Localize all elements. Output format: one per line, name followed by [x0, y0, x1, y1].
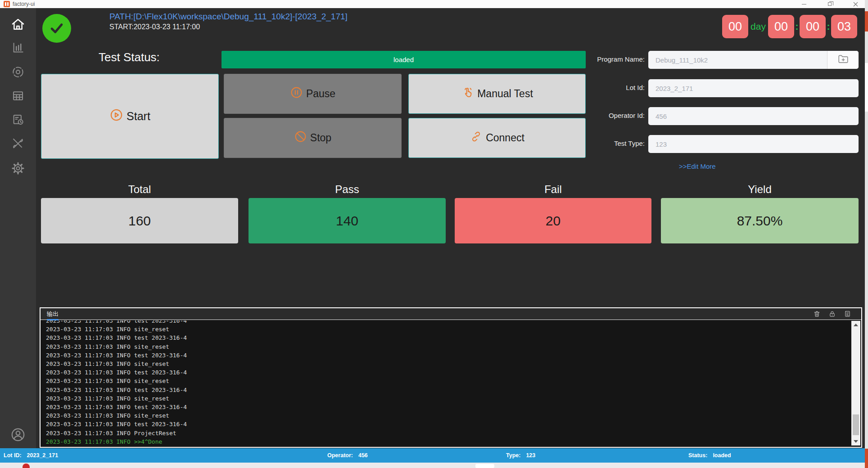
scrollbar-thumb[interactable]	[853, 414, 859, 435]
external-scroll-marker-bottom	[865, 449, 868, 468]
log-line: 2023-03-23 11:17:03 INFO site_reset	[46, 377, 850, 385]
test-type-label: Test Type:	[591, 140, 645, 147]
log-line: 2023-03-23 11:17:03 INFO site_reset	[46, 325, 850, 333]
maximize-button[interactable]	[821, 0, 839, 8]
log-line: 2023-03-23 11:17:03 INFO test 2023-316-4	[46, 368, 850, 377]
sidebar-item-user[interactable]	[10, 428, 26, 444]
sidebar-item-disc[interactable]	[10, 65, 26, 81]
taskbar-strip	[0, 463, 865, 468]
link-icon	[470, 130, 483, 146]
console-log[interactable]: 2023-03-23 11:17:03 INFO test 2023-316-4…	[41, 320, 850, 447]
connect-button[interactable]: Connect	[408, 118, 586, 158]
statusbar-lot-id-value: 2023_2_171	[27, 452, 59, 459]
yield-label: Yield	[661, 183, 859, 196]
stop-button[interactable]: Stop	[224, 118, 402, 158]
timer-hours: 00	[768, 15, 794, 38]
operator-id-label: Operator Id:	[591, 112, 645, 119]
log-line: 2023-03-23 11:17:03 INFO test 2023-316-4	[46, 333, 850, 342]
play-icon	[109, 108, 123, 125]
manual-test-button[interactable]: Manual Test	[408, 74, 586, 114]
bar-chart-icon	[11, 41, 25, 56]
lot-id-label: Lot Id:	[591, 84, 645, 91]
disc-icon	[11, 65, 25, 81]
sidebar-item-tools[interactable]	[10, 136, 26, 153]
program-name-field-wrap	[648, 51, 859, 69]
program-name-input[interactable]	[648, 51, 827, 69]
log-line: 2023-03-23 11:17:03 INFO site_reset	[46, 411, 850, 420]
log-line: 2023-03-23 11:17:03 INFO test 2023-316-4	[46, 420, 850, 428]
trash-icon[interactable]	[813, 310, 821, 320]
app-logo-icon	[4, 1, 10, 7]
hand-touch-icon	[461, 86, 474, 102]
log-file-icon[interactable]	[844, 310, 851, 320]
console-tab-output[interactable]: 输出	[47, 310, 59, 318]
timer-minutes: 00	[800, 15, 826, 38]
fail-label: Fail	[455, 183, 651, 196]
pause-icon	[290, 86, 303, 102]
titlebar: factory-ui	[0, 0, 865, 8]
taskbar-pill	[475, 464, 494, 468]
log-line: 2023-03-23 11:17:03 INFO site_reset	[46, 360, 850, 368]
statusbar-status: Status:loaded	[688, 448, 731, 463]
table-icon	[11, 89, 25, 104]
start-time-text: START:2023-03-23 11:17:00	[109, 23, 200, 31]
test-status-label: Test Status:	[99, 50, 160, 64]
log-line: 2023-03-23 11:17:03 INFO site_reset	[46, 342, 850, 351]
browse-program-button[interactable]	[827, 51, 859, 69]
statusbar-status-value: loaded	[713, 452, 731, 459]
window-title: factory-ui	[13, 1, 35, 7]
taskbar-red-icon	[23, 464, 30, 468]
output-console: 输出 2023-03-23 11:17:03 INFO test 2023-31…	[40, 307, 862, 448]
log-line: 2023-03-23 11:17:03 INFO test 2023-316-4	[46, 320, 850, 325]
sidebar-item-settings[interactable]	[10, 161, 26, 177]
sidebar-item-statistics[interactable]	[10, 40, 26, 57]
edit-more-link[interactable]: >>Edit More	[679, 162, 716, 170]
log-line: 2023-03-23 11:17:03 INFO >>4^Done	[46, 437, 850, 446]
minimize-button[interactable]	[795, 0, 813, 8]
operator-id-input[interactable]	[648, 107, 859, 125]
scroll-down-icon[interactable]	[854, 440, 858, 443]
log-line: 2023-03-23 11:17:03 INFO site_reset	[46, 394, 850, 403]
timer-separator: :	[826, 21, 831, 32]
sidebar-item-table[interactable]	[10, 89, 26, 105]
connect-button-label: Connect	[486, 132, 524, 144]
start-button-label: Start	[127, 110, 150, 123]
timer-seconds: 03	[831, 15, 857, 38]
log-line: 2023-03-23 11:17:03 INFO test 2023-316-4	[46, 386, 850, 394]
program-name-label: Program Name:	[591, 55, 645, 63]
statusbar-lot-id-label: Lot ID:	[4, 452, 22, 459]
lot-id-input[interactable]	[648, 79, 859, 97]
pass-label: Pass	[249, 183, 446, 196]
console-scrollbar[interactable]	[851, 321, 860, 446]
statusbar-type: Type:123	[506, 448, 535, 463]
external-scroll-marker-top	[865, 11, 868, 32]
sidebar-item-report[interactable]	[10, 112, 26, 129]
pause-button-label: Pause	[306, 88, 335, 100]
scroll-up-icon[interactable]	[854, 324, 858, 326]
statusbar-lot-id: Lot ID:2023_2_171	[4, 448, 58, 463]
close-button[interactable]	[846, 0, 864, 8]
log-line: 2023-03-23 11:17:03 INFO test 2023-316-4	[46, 403, 850, 411]
statusbar-type-value: 123	[526, 452, 535, 459]
stop-slash-icon	[294, 130, 307, 146]
statusbar-status-label: Status:	[688, 452, 707, 459]
gear-icon	[11, 162, 25, 177]
pause-button[interactable]: Pause	[224, 74, 402, 114]
statusbar-operator-label: Operator:	[327, 452, 353, 459]
test-status-value: loaded	[222, 51, 586, 68]
path-text: PATH:[D:\Flex10K\workspace\Debug_111_10k…	[109, 12, 348, 22]
lock-icon[interactable]	[828, 310, 836, 320]
sidebar-item-home[interactable]	[10, 17, 26, 33]
log-lines: 2023-03-23 11:17:03 INFO test 2023-316-4…	[46, 320, 850, 446]
test-type-input[interactable]	[648, 135, 859, 153]
sidebar	[0, 8, 36, 448]
status-check-badge	[42, 14, 71, 43]
statusbar-operator-value: 456	[358, 452, 368, 459]
elapsed-timer: 00 day 00 : 00 : 03	[722, 15, 857, 38]
stop-button-label: Stop	[310, 132, 331, 144]
folder-plus-icon	[837, 53, 849, 67]
timer-separator: :	[794, 21, 800, 32]
start-button[interactable]: Start	[41, 74, 219, 159]
fail-value: 20	[455, 198, 651, 243]
factory-ui-window: factory-ui	[0, 0, 868, 468]
